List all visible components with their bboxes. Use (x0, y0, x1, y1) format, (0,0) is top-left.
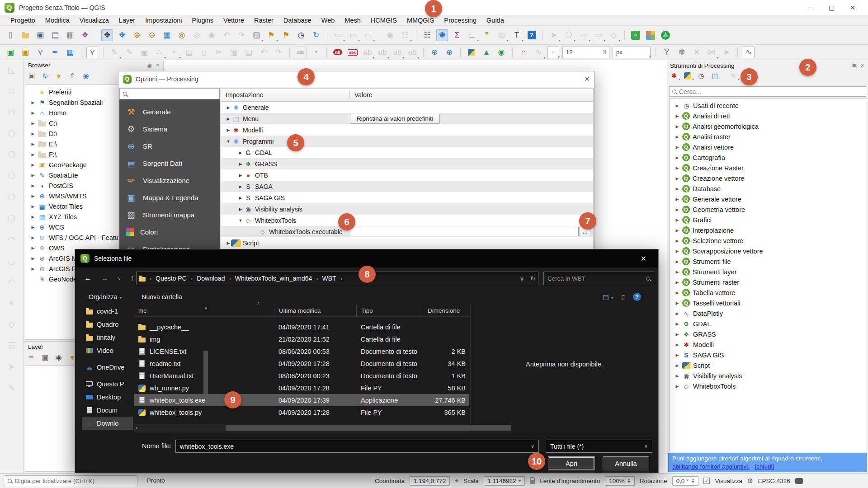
menu-item[interactable]: Vettore (218, 16, 249, 25)
models-menu-icon[interactable]: ✱ ▾ (670, 71, 679, 80)
reshape-icon[interactable]: ⌖ (9, 298, 14, 308)
expand-arrow-icon[interactable]: ▶ (675, 135, 679, 139)
annotation-marker-icon[interactable]: ◇ ▾ (608, 29, 619, 41)
expand-arrow-icon[interactable]: ▶ (675, 291, 679, 295)
options-search-box[interactable] (119, 88, 220, 99)
deselect-icon[interactable]: ▭ ▾ (362, 29, 374, 41)
sidebar-place-item[interactable]: Docum (82, 404, 133, 417)
processing-tree-item[interactable]: ▶ Q Strumenti raster (670, 277, 866, 287)
menu-item[interactable]: HCMGIS (366, 16, 402, 25)
move-label-icon[interactable]: ab ▾ (392, 47, 403, 58)
menu-item[interactable]: Raster (249, 16, 278, 25)
expand-arrow-icon[interactable]: ▶ (31, 152, 35, 157)
processing-tree-item[interactable]: ▶ Q Sovrapposizione vettore (670, 246, 866, 256)
menu-item[interactable]: Impostazioni (140, 16, 187, 25)
processing-tree-item[interactable]: ▶ ❖ GRASS (670, 329, 866, 339)
organize-button[interactable]: Organizza▾ (89, 293, 122, 300)
zoom-out-icon[interactable]: ⊖ (146, 29, 158, 41)
maximize-button[interactable]: ▢ (829, 4, 835, 11)
close-notice-link[interactable]: [chiudi] (755, 463, 774, 470)
digitize-points-icon[interactable]: ∷ (9, 86, 14, 96)
annotation-circle-icon[interactable]: ❍ ▾ (563, 29, 575, 41)
explorer-search-box[interactable]: Cerca in WBT (543, 272, 654, 285)
processing-search-input[interactable] (679, 88, 863, 95)
sidebar-place-item[interactable]: ☁ OneDrive (82, 361, 133, 374)
add-part-icon[interactable]: ❍ (8, 213, 15, 224)
expand-arrow-icon[interactable]: ▶ (675, 259, 679, 264)
preview-pane-icon[interactable]: ▯ (621, 293, 625, 300)
options-sidebar-item[interactable]: ⚙ Sistema (119, 120, 220, 137)
zoom-to-selection-icon[interactable]: ◎ (191, 29, 203, 41)
expand-arrow-icon[interactable]: ▶ (675, 343, 679, 347)
menu-item[interactable]: Progetto (5, 16, 40, 25)
expand-arrow-icon[interactable]: ▶ (675, 322, 679, 326)
save-project-icon[interactable]: ▣ (34, 29, 46, 41)
processing-tree-item[interactable]: ▶ Q Strumenti layer (670, 267, 866, 277)
diagram-options-icon[interactable]: ◔ (310, 47, 321, 58)
open-button[interactable]: Apri (548, 456, 595, 470)
expand-arrow-icon[interactable]: ▶ (226, 105, 231, 110)
address-dropdown-icon[interactable]: ∨ (520, 275, 524, 282)
processing-tree-item[interactable]: ▶ G GDAL (670, 319, 866, 329)
expand-arrow-icon[interactable]: ▶ (675, 145, 679, 150)
rotation-spinbox[interactable]: 0,0 °▲▼ (672, 476, 699, 486)
processing-tree-item[interactable]: ▶ ◉ Visibility analysis (670, 371, 866, 381)
filetype-filter-combobox[interactable]: Tutti i file (*) ∨ (546, 440, 652, 453)
annotation-rectangle-icon[interactable]: ▭ ▾ (593, 29, 604, 41)
options-sidebar-item[interactable]: ⊕ SR (119, 137, 220, 155)
sidebar-place-item[interactable]: Quadro (82, 318, 133, 331)
share-icon[interactable]: ⁂ (660, 29, 671, 41)
processing-tree-item[interactable]: ▶ Q Grafici (670, 215, 866, 225)
expand-arrow-icon[interactable]: ▶ (31, 183, 35, 188)
expand-arrow-icon[interactable]: ▶ (31, 194, 35, 198)
history-icon[interactable]: ◷ (697, 71, 706, 80)
info-tool-icon[interactable]: ◉ (495, 47, 507, 58)
scrollbar-thumb[interactable] (226, 425, 511, 431)
options-sidebar-item[interactable]: ▣ Mappa & Legenda (119, 189, 220, 206)
current-edits-icon[interactable]: ✎ ▾ (108, 47, 120, 58)
options-sidebar-item[interactable]: ⚒ Generale (119, 103, 220, 120)
expand-arrow-icon[interactable]: ▶ (31, 131, 35, 136)
expand-arrow-icon[interactable]: ▶ (31, 142, 35, 146)
expand-arrow-icon[interactable]: ▶ (31, 204, 35, 209)
results-viewer-icon[interactable]: ▤ (710, 71, 719, 80)
sidebar-place-item[interactable]: Video (82, 344, 133, 357)
expand-arrow-icon[interactable]: ▶ (675, 332, 679, 337)
expand-arrow-icon[interactable]: ▶ (675, 114, 679, 118)
expand-arrow-icon[interactable]: ▶ (31, 215, 35, 219)
labeling-options-icon[interactable]: abc (295, 47, 307, 58)
new-mesh-layer-icon[interactable]: ▦ (64, 47, 76, 58)
zoom-in-icon[interactable]: ⊕ (131, 29, 143, 41)
file-row[interactable]: whitebox_tools.py 04/09/2020 17:28 File … (134, 406, 469, 418)
coordinate-value[interactable]: 1.194,0.772 (410, 476, 450, 486)
scale-combobox[interactable]: 1:1146982▾ (484, 476, 525, 486)
simplify-feature-icon[interactable]: ❍ (8, 171, 15, 181)
locator-lens-icon[interactable]: ◎ ▾ (496, 29, 508, 41)
undo-icon[interactable]: ↶ (258, 47, 269, 58)
column-name[interactable]: me (134, 305, 274, 316)
pan-map-icon[interactable]: ✥ (101, 29, 113, 41)
expand-arrow-icon[interactable]: ▶ (238, 196, 243, 200)
new-project-icon[interactable]: ▯ (5, 29, 16, 41)
pan-to-selection-icon[interactable]: ✥ (116, 29, 128, 41)
file-row[interactable]: readme.txt 04/09/2020 17:28 Documento di… (134, 357, 469, 370)
show-hidden-labels-icon[interactable]: ab ▾ (377, 47, 388, 58)
help-icon[interactable]: ? (526, 29, 538, 41)
temporal-controller-icon[interactable]: ◷ (295, 29, 307, 41)
enable-providers-link[interactable]: abilitando fornitori aggiuntivi. (672, 463, 750, 470)
options-sidebar-item[interactable]: ✏ Visualizzazione (119, 172, 220, 189)
add-group-icon[interactable]: ▣ (41, 353, 50, 362)
close-panel-icon[interactable]: ✕ (156, 62, 160, 68)
sidebar-place-item[interactable]: ↓ Downlo (82, 417, 133, 430)
delete-selected-icon[interactable]: ▯ (198, 47, 210, 58)
expand-arrow-icon[interactable]: ▶ (238, 184, 243, 189)
label-highlight-red-icon[interactable]: abc (347, 47, 359, 58)
attribute-table-icon[interactable]: ☷ (421, 29, 433, 41)
options-tree-row[interactable]: ▶ S SAGA (221, 181, 593, 192)
processing-tree-item[interactable]: ▶ Script (670, 360, 866, 371)
column-size[interactable]: Dimensione (423, 305, 469, 316)
expand-arrow-icon[interactable]: ▶ (238, 207, 243, 211)
new-shapefile-icon[interactable]: ▣ (19, 47, 31, 58)
processing-tree-item[interactable]: ▶ Q Geometria vettore (670, 204, 866, 215)
expand-arrow-icon[interactable]: ▶ (31, 256, 35, 261)
